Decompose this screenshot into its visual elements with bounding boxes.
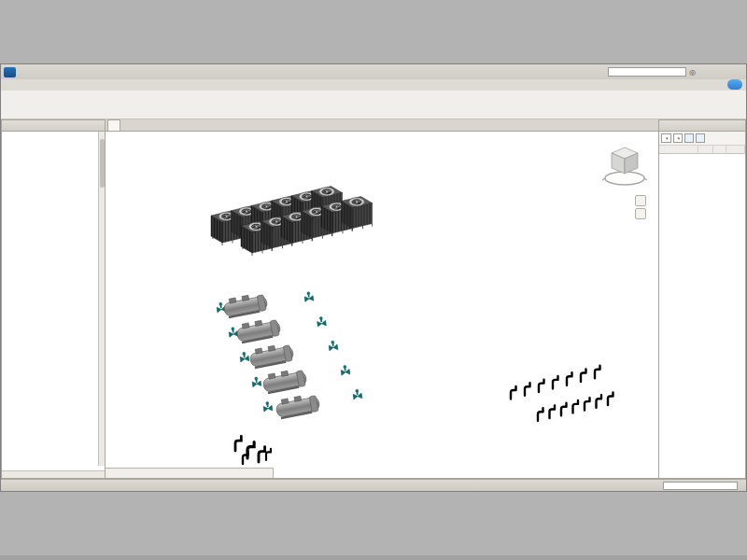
minimize-button[interactable] [707,67,717,77]
view-control-bar [106,468,274,478]
system-browser-toolbar: ▾ ▾ [659,132,745,146]
ribbon-tab-bar [1,79,746,91]
view-cube[interactable] [602,141,649,189]
titlebar-right: ◎ [608,67,743,77]
revit-window: ◎ [0,63,747,492]
desktop: ◎ [0,0,747,560]
pan-zoom-icon[interactable] [635,208,646,219]
system-browser-header[interactable] [658,119,746,132]
system-browser: ▾ ▾ [658,132,746,479]
project-browser [1,132,106,479]
project-browser-tree [2,132,99,468]
project-browser-header[interactable] [1,119,106,132]
chiller-units[interactable] [222,292,320,420]
view-tab-bar [106,119,658,132]
view-tab-3d[interactable] [107,119,120,131]
collapse-all-icon[interactable] [696,133,705,143]
navigation-bar [635,195,647,219]
title-bar: ◎ [1,64,746,79]
system-filter-dropdown[interactable]: ▾ [661,133,671,143]
blue-main-pipe[interactable] [393,254,600,419]
maximize-button[interactable] [720,67,730,77]
project-browser-hscrollbar[interactable] [2,470,106,478]
revit-logo-icon[interactable] [4,67,16,77]
ribbon [1,91,746,119]
user-icon[interactable]: ◎ [689,68,696,77]
expand-all-icon[interactable] [684,133,694,143]
cyan-pipes[interactable] [188,268,613,462]
green-pipes[interactable] [111,203,349,457]
drawing-area[interactable] [106,132,658,479]
ribbon-promo-button[interactable] [727,79,742,90]
design-option-dropdown[interactable] [663,482,738,490]
search-input[interactable] [608,67,686,77]
cooling-towers[interactable] [211,172,373,257]
bottom-riser-cluster[interactable] [235,436,271,464]
bottom-edge [0,555,747,560]
3d-model-view[interactable] [106,132,658,479]
close-button[interactable] [733,67,743,77]
discipline-filter-dropdown[interactable]: ▾ [673,133,684,143]
system-browser-columns [659,146,745,154]
steering-wheel-icon[interactable] [635,195,646,206]
status-bar [1,479,746,491]
project-browser-vscrollbar[interactable] [98,132,105,466]
